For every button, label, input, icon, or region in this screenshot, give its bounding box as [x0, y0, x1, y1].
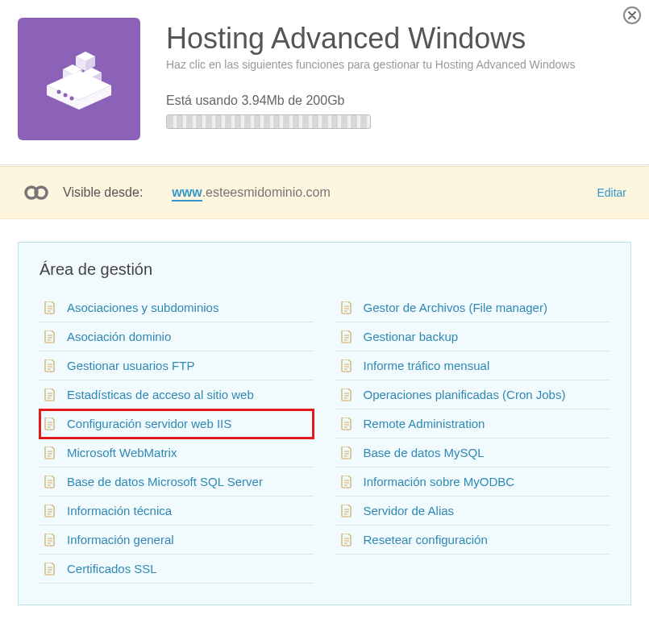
management-link[interactable]: Servidor de Alias [364, 504, 455, 517]
svg-point-2 [57, 90, 61, 94]
document-icon [44, 418, 56, 430]
domain-bar: Visible desde: www.esteesmidominio.com E… [0, 166, 649, 219]
document-icon [341, 330, 352, 343]
link-icon [23, 181, 50, 204]
domain-rest: .esteesmidominio.com [202, 185, 331, 199]
management-row: Remote Administration [336, 409, 610, 438]
page-title: Hosting Advanced Windows [166, 23, 626, 55]
svg-point-3 [64, 93, 68, 98]
document-icon [44, 505, 56, 517]
management-link[interactable]: Gestor de Archivos (File manager) [364, 301, 547, 314]
document-icon [44, 301, 56, 314]
document-icon [341, 301, 352, 314]
management-link[interactable]: Información sobre MyODBC [364, 475, 515, 488]
header: Hosting Advanced Windows Haz clic en las… [0, 0, 649, 165]
management-row: Asociación dominio [40, 322, 314, 351]
management-row: Información sobre MyODBC [336, 467, 610, 497]
domain-url[interactable]: www.esteesmidominio.com [172, 185, 331, 200]
management-link[interactable]: Información general [67, 533, 174, 546]
management-link[interactable]: Gestionar usuarios FTP [67, 359, 194, 372]
management-link[interactable]: Operaciones planificadas (Cron Jobs) [364, 388, 566, 401]
management-row: Asociaciones y subdominios [40, 293, 314, 322]
edit-link[interactable]: Editar [597, 186, 626, 199]
document-icon [44, 563, 56, 575]
document-icon [341, 359, 352, 372]
management-col-left: Asociaciones y subdominiosAsociación dom… [40, 293, 314, 584]
document-icon [44, 476, 56, 488]
management-col-right: Gestor de Archivos (File manager)Gestion… [336, 293, 610, 584]
management-link[interactable]: Base de datos MySQL [364, 446, 485, 459]
management-row: Informe tráfico mensual [336, 351, 610, 380]
management-panel: Área de gestión Asociaciones y subdomini… [18, 242, 631, 605]
hosting-icon [39, 39, 119, 119]
document-icon [341, 505, 352, 517]
management-row: Gestor de Archivos (File manager) [336, 293, 610, 322]
document-icon [341, 388, 352, 401]
management-link[interactable]: Base de datos Microsoft SQL Server [67, 475, 263, 488]
document-icon [44, 330, 56, 343]
management-row: Información general [40, 526, 314, 555]
management-link[interactable]: Informe tráfico mensual [364, 359, 490, 372]
header-content: Hosting Advanced Windows Haz clic en las… [166, 18, 626, 140]
management-row: Certificados SSL [40, 555, 314, 584]
management-row: Configuración servidor web IIS [40, 409, 314, 438]
management-row: Resetear configuración [336, 526, 610, 555]
management-link[interactable]: Microsoft WebMatrix [67, 446, 177, 459]
management-row: Gestionar usuarios FTP [40, 351, 314, 380]
management-row: Información técnica [40, 497, 314, 526]
document-icon [341, 418, 352, 430]
management-link[interactable]: Configuración servidor web IIS [67, 417, 231, 430]
product-icon [18, 18, 140, 140]
management-row: Operaciones planificadas (Cron Jobs) [336, 380, 610, 409]
management-link[interactable]: Certificados SSL [67, 562, 157, 575]
visible-from-label: Visible desde: [63, 185, 143, 200]
management-link[interactable]: Remote Administration [364, 417, 485, 430]
close-button[interactable] [623, 6, 641, 24]
usage-progress-bar [166, 114, 371, 129]
domain-www[interactable]: www [172, 185, 202, 202]
management-row: Estadísticas de acceso al sitio web [40, 380, 314, 409]
management-link[interactable]: Información técnica [67, 504, 172, 517]
document-icon [341, 534, 352, 546]
document-icon [44, 447, 56, 459]
document-icon [44, 534, 56, 546]
svg-point-4 [70, 97, 74, 101]
close-icon [628, 11, 636, 19]
management-link[interactable]: Resetear configuración [364, 533, 488, 546]
management-row: Gestionar backup [336, 322, 610, 351]
management-link[interactable]: Gestionar backup [364, 330, 459, 343]
document-icon [44, 388, 56, 401]
management-link[interactable]: Asociaciones y subdominios [67, 301, 218, 314]
management-row: Base de datos MySQL [336, 438, 610, 467]
management-heading: Área de gestión [40, 260, 609, 279]
document-icon [341, 476, 352, 488]
management-row: Base de datos Microsoft SQL Server [40, 467, 314, 497]
document-icon [44, 359, 56, 372]
management-link[interactable]: Estadísticas de acceso al sitio web [67, 388, 254, 401]
management-link[interactable]: Asociación dominio [67, 330, 171, 343]
document-icon [341, 447, 352, 459]
page-subtitle: Haz clic en las siguientes funciones par… [166, 58, 626, 71]
usage-text: Está usando 3.94Mb de 200Gb [166, 93, 626, 108]
management-row: Microsoft WebMatrix [40, 438, 314, 467]
management-row: Servidor de Alias [336, 497, 610, 526]
